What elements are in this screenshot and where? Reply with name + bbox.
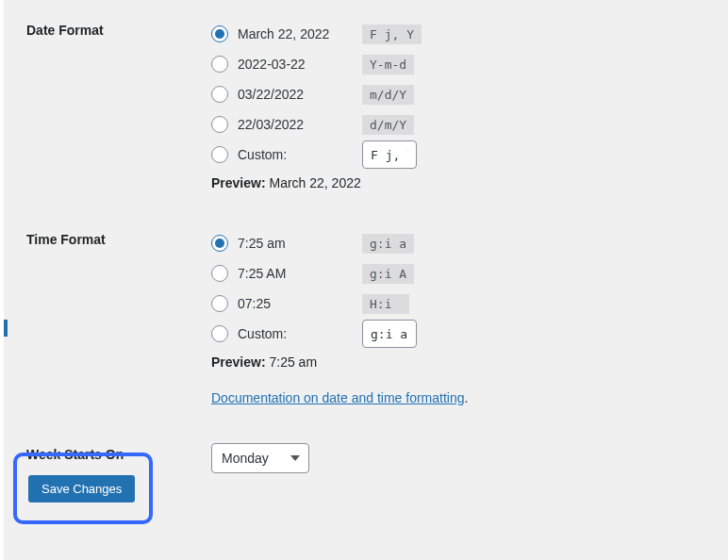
- date-radio-3[interactable]: [211, 116, 228, 133]
- time-radio-2[interactable]: [211, 295, 228, 312]
- time-option-0: 7:25 am g:i a: [211, 228, 709, 258]
- week-starts-select-wrap: Monday: [211, 443, 309, 473]
- date-format-label: Date Format: [4, 19, 211, 190]
- date-radio-text-0[interactable]: March 22, 2022: [238, 26, 329, 41]
- time-option-2: 07:25 H:i: [211, 288, 709, 319]
- date-radio-0[interactable]: [211, 25, 228, 42]
- time-preview: Preview: 7:25 am: [211, 354, 709, 370]
- date-radio-1[interactable]: [211, 56, 228, 73]
- date-radio-2[interactable]: [211, 86, 228, 103]
- time-option-1: 7:25 AM g:i A: [211, 258, 709, 288]
- date-preview-label: Preview:: [211, 175, 266, 190]
- settings-form: Date Format March 22, 2022 F j, Y 2022-0…: [4, 0, 728, 492]
- left-accent-stub: [4, 320, 8, 337]
- date-option-custom: Custom:: [211, 140, 709, 170]
- week-starts-label: Week Starts On: [4, 443, 211, 473]
- time-preview-value: 7:25 am: [269, 354, 317, 370]
- time-radio-0[interactable]: [211, 235, 228, 252]
- time-format-options: 7:25 am g:i a 7:25 AM g:i A 07:25: [211, 228, 709, 405]
- date-code-2: m/d/Y: [362, 85, 414, 105]
- date-option-0: March 22, 2022 F j, Y: [211, 19, 709, 49]
- date-preview-value: March 22, 2022: [269, 175, 360, 190]
- date-preview: Preview: March 22, 2022: [211, 175, 709, 190]
- time-radio-text-1[interactable]: 7:25 AM: [238, 266, 286, 281]
- date-radio-text-3[interactable]: 22/03/2022: [238, 117, 304, 132]
- doc-link-row: Documentation on date and time formattin…: [211, 390, 709, 405]
- week-starts-content: Monday: [211, 443, 709, 473]
- time-custom-label[interactable]: Custom:: [238, 326, 287, 341]
- time-code-2: H:i: [362, 294, 409, 314]
- time-option-custom: Custom:: [211, 319, 709, 349]
- time-preview-label: Preview:: [211, 354, 266, 370]
- save-changes-button[interactable]: Save Changes: [28, 475, 135, 502]
- date-format-row: Date Format March 22, 2022 F j, Y 2022-0…: [4, 19, 709, 190]
- week-starts-row: Week Starts On Monday: [4, 443, 709, 473]
- date-option-1: 2022-03-22 Y-m-d: [211, 49, 709, 79]
- date-radio-text-1[interactable]: 2022-03-22: [238, 57, 306, 72]
- documentation-link[interactable]: Documentation on date and time formattin…: [211, 390, 465, 405]
- date-option-2: 03/22/2022 m/d/Y: [211, 79, 709, 109]
- date-option-3: 22/03/2022 d/m/Y: [211, 109, 709, 140]
- time-code-0: g:i a: [362, 234, 414, 254]
- date-radio-custom[interactable]: [211, 146, 228, 163]
- date-custom-input[interactable]: [362, 140, 417, 169]
- date-code-3: d/m/Y: [362, 115, 414, 135]
- date-code-0: F j, Y: [362, 25, 422, 44]
- time-format-row: Time Format 7:25 am g:i a 7:25 AM g:i A: [4, 228, 709, 405]
- time-format-label: Time Format: [4, 228, 211, 405]
- date-code-1: Y-m-d: [362, 55, 414, 74]
- date-format-options: March 22, 2022 F j, Y 2022-03-22 Y-m-d 0…: [211, 19, 709, 190]
- date-radio-text-2[interactable]: 03/22/2022: [238, 87, 304, 102]
- time-radio-custom[interactable]: [211, 325, 228, 342]
- time-radio-text-2[interactable]: 07:25: [238, 296, 271, 311]
- date-custom-label[interactable]: Custom:: [238, 147, 287, 162]
- time-custom-input[interactable]: [362, 320, 417, 348]
- week-starts-select[interactable]: Monday: [211, 443, 309, 473]
- time-radio-text-0[interactable]: 7:25 am: [238, 236, 286, 251]
- time-radio-1[interactable]: [211, 265, 228, 282]
- settings-page: Date Format March 22, 2022 F j, Y 2022-0…: [0, 0, 728, 560]
- time-code-1: g:i A: [362, 264, 414, 284]
